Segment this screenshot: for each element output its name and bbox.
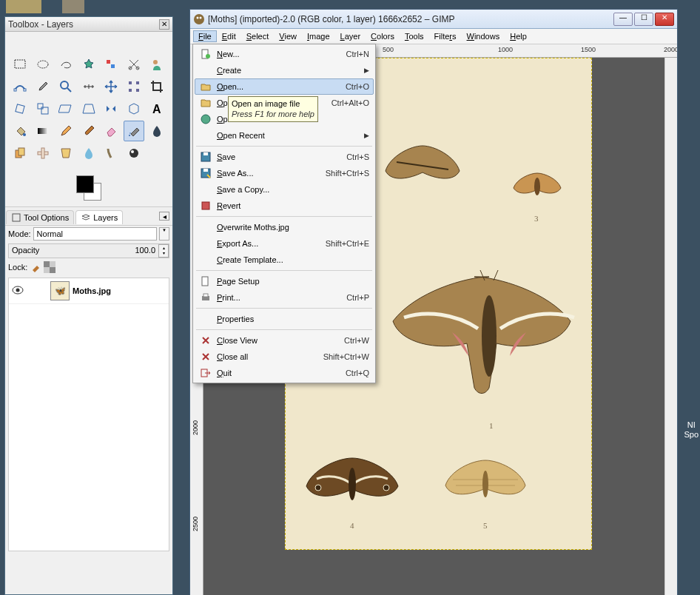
svg-point-27 [131, 150, 134, 153]
tab-menu-icon[interactable]: ◂ [159, 212, 169, 221]
ink-tool[interactable] [147, 121, 167, 141]
menu-colors[interactable]: Colors [366, 30, 400, 42]
tooltip-title: Open an image file [232, 98, 314, 109]
scissors-tool[interactable] [124, 54, 144, 75]
foreground-select-tool[interactable] [147, 54, 167, 75]
menu-item-print[interactable]: Print...Ctrl+P [195, 289, 374, 306]
menu-item-save-a-copy[interactable]: Save a Copy... [195, 181, 374, 198]
shear-tool[interactable] [55, 98, 76, 119]
layer-row[interactable]: 🦋 Moths.jpg [9, 278, 169, 304]
menu-filters[interactable]: Filters [429, 30, 462, 42]
menu-item-create-template[interactable]: Create Template... [195, 252, 374, 268]
clone-tool[interactable] [10, 143, 30, 164]
menu-item-open-recent[interactable]: Open Recent▶ [195, 127, 374, 144]
perspective-clone-tool[interactable] [55, 143, 76, 164]
rotate-tool[interactable] [10, 98, 30, 119]
heal-tool[interactable] [33, 143, 53, 164]
mode-dropdown-icon[interactable]: ▼ [159, 227, 169, 241]
airbrush-tool[interactable] [124, 121, 144, 141]
flip-tool[interactable] [101, 98, 121, 119]
menu-item-export-as[interactable]: Export As...Shift+Ctrl+E [195, 235, 374, 252]
rectangle-select-tool[interactable] [10, 54, 30, 75]
menu-item-new[interactable]: New...Ctrl+N [195, 46, 374, 62]
crop-tool[interactable] [147, 76, 167, 97]
visibility-icon[interactable] [12, 286, 25, 296]
menu-help[interactable]: Help [505, 30, 532, 42]
menu-image[interactable]: Image [302, 30, 335, 42]
fuzzy-select-tool[interactable] [78, 54, 99, 75]
menu-shortcut: Ctrl+Alt+O [332, 98, 369, 107]
maximize-button[interactable]: ☐ [634, 13, 653, 26]
mode-select[interactable]: Normal [33, 227, 157, 241]
smudge-tool[interactable] [101, 143, 121, 164]
menu-tools[interactable]: Tools [400, 30, 429, 42]
svg-point-20 [129, 135, 130, 136]
zoom-tool[interactable] [55, 76, 76, 97]
menu-windows[interactable]: Windows [462, 30, 505, 42]
toolbox-titlebar[interactable]: Toolbox - Layers ✕ [5, 17, 172, 32]
menu-item-close-all[interactable]: Close allShift+Ctrl+W [195, 349, 374, 365]
menu-view[interactable]: View [274, 30, 302, 42]
minimize-button[interactable]: — [613, 13, 633, 26]
desktop-thumbnail-icon[interactable] [62, 0, 84, 13]
lock-alpha-icon[interactable] [44, 261, 55, 273]
image-titlebar[interactable]: [Moths] (imported)-2.0 (RGB color, 1 lay… [190, 10, 677, 29]
menu-layer[interactable]: Layer [335, 30, 366, 42]
bucket-fill-tool[interactable] [10, 121, 30, 141]
text-tool[interactable]: A [147, 98, 167, 119]
close-icon[interactable]: ✕ [159, 19, 169, 30]
align-tool[interactable] [124, 76, 144, 97]
measure-tool[interactable] [78, 76, 99, 97]
paintbrush-tool[interactable] [78, 121, 99, 141]
dodge-tool[interactable] [124, 143, 144, 164]
scale-tool[interactable] [33, 98, 53, 119]
tab-tool-options[interactable]: Tool Options [6, 210, 74, 224]
close-button[interactable]: ✕ [655, 13, 674, 26]
lock-paint-icon[interactable] [30, 261, 41, 273]
menu-item-open[interactable]: Open...Ctrl+O [195, 78, 374, 95]
paths-tool[interactable] [10, 76, 30, 97]
menu-item-label: Overwrite Moths.jpg [217, 223, 369, 232]
menu-item-create[interactable]: Create▶ [195, 62, 374, 78]
eraser-tool[interactable] [101, 121, 121, 141]
svg-point-41 [349, 468, 356, 500]
menu-item-properties[interactable]: Properties [195, 311, 374, 327]
menu-item-label: Save a Copy... [217, 185, 369, 194]
fg-color-swatch[interactable] [76, 175, 94, 193]
layer-thumbnail[interactable]: 🦋 [50, 281, 70, 300]
pencil-tool[interactable] [55, 121, 76, 141]
close-icon [199, 335, 212, 346]
color-swatches[interactable] [70, 172, 107, 202]
layer-name[interactable]: Moths.jpg [73, 286, 111, 295]
menu-select[interactable]: Select [241, 30, 275, 42]
menu-item-revert[interactable]: Revert [195, 198, 374, 214]
color-picker-tool[interactable] [33, 76, 53, 97]
perspective-tool[interactable] [78, 98, 99, 119]
by-color-select-tool[interactable] [101, 54, 121, 75]
tab-layers[interactable]: Layers [75, 210, 123, 224]
blur-tool[interactable] [78, 143, 99, 164]
menu-file[interactable]: File [193, 30, 217, 42]
menu-item-save[interactable]: SaveCtrl+S [195, 149, 374, 165]
menu-item-close-view[interactable]: Close ViewCtrl+W [195, 332, 374, 349]
vertical-scrollbar[interactable] [664, 58, 677, 595]
menu-item-save-as[interactable]: Save As...Shift+Ctrl+S [195, 165, 374, 181]
desktop-folder-icon[interactable] [6, 0, 41, 13]
menu-shortcut: Shift+Ctrl+S [326, 169, 369, 178]
ellipse-select-tool[interactable] [33, 54, 53, 75]
svg-point-35 [197, 16, 199, 19]
svg-rect-10 [129, 81, 132, 84]
menu-item-overwrite-moths-jpg[interactable]: Overwrite Moths.jpg [195, 219, 374, 235]
menu-edit[interactable]: Edit [217, 30, 241, 42]
move-tool[interactable] [101, 76, 121, 97]
dock-tabs: Tool Options Layers ◂ [5, 206, 172, 226]
free-select-tool[interactable] [55, 54, 76, 75]
opacity-slider[interactable]: Opacity 100.0 ▴▾ [8, 243, 169, 258]
opacity-spinner[interactable]: ▴▾ [158, 244, 169, 258]
menu-item-quit[interactable]: QuitCtrl+Q [195, 365, 374, 381]
menu-item-page-setup[interactable]: Page Setup [195, 273, 374, 289]
moth-figure-1 [382, 262, 596, 410]
menu-item-label: Revert [217, 201, 369, 210]
blend-tool[interactable] [33, 121, 53, 141]
cage-tool[interactable] [124, 98, 144, 119]
